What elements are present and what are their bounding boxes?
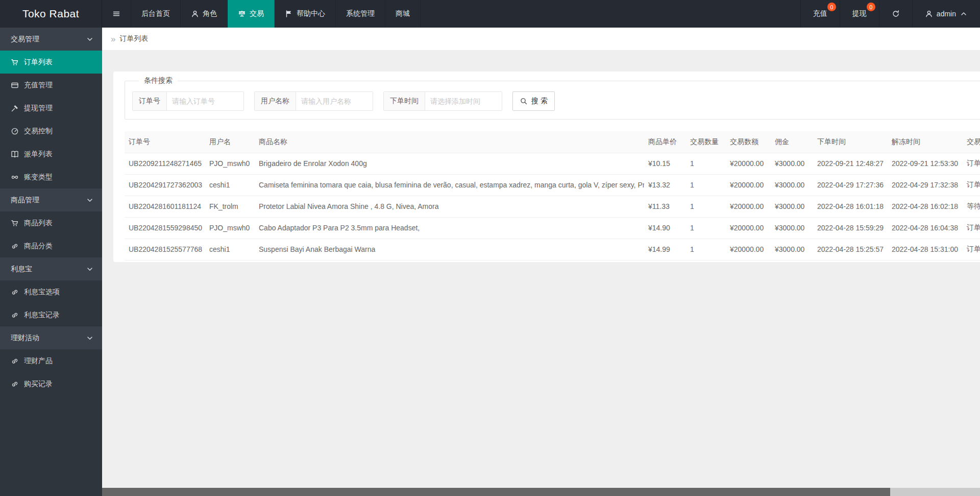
- table-row: UB2204291727362003ceshi1Camiseta feminin…: [125, 174, 980, 196]
- username: admin: [937, 10, 956, 18]
- withdraw-badge: 0: [867, 3, 875, 11]
- cell-order-time: 2022-04-29 17:27:36: [813, 174, 888, 196]
- sidebar-item-label: 商品分类: [24, 242, 53, 251]
- sidebar-group-goods-manage[interactable]: 商品管理: [0, 188, 102, 211]
- sidebar-group-label: 交易管理: [11, 35, 39, 44]
- horizontal-scrollbar-track[interactable]: [102, 488, 980, 496]
- column-header-commission: 佣金: [771, 131, 813, 153]
- cell-product-name: Camiseta feminina tomara que caia, blusa…: [255, 174, 644, 196]
- field-label-username: 用户名称: [255, 92, 296, 110]
- cell-commission: ¥3000.00: [771, 196, 813, 217]
- nav-item-mall[interactable]: 商城: [385, 0, 421, 28]
- sidebar-group-licai-activity[interactable]: 理财活动: [0, 326, 102, 349]
- withdraw-button[interactable]: 提现 0: [840, 0, 879, 28]
- cell-product-name: Suspensi Bayi Anak Berbagai Warna: [255, 239, 644, 260]
- nav-item-system[interactable]: 系统管理: [336, 0, 385, 28]
- refresh-button[interactable]: [879, 0, 912, 28]
- sidebar-item-licai-products[interactable]: 理财产品: [0, 349, 102, 372]
- table-row: UB2204281559298450PJO_mswh0Cabo Adaptado…: [125, 217, 980, 239]
- sidebar-item-lixibao-options[interactable]: 利息宝选项: [0, 280, 102, 303]
- cell-commission: ¥3000.00: [771, 174, 813, 196]
- field-label-order-no: 订单号: [133, 92, 167, 110]
- withdraw-label: 提现: [852, 9, 867, 18]
- recharge-label: 充值: [813, 9, 827, 18]
- search-field-order-time: 下单时间: [383, 91, 502, 111]
- sidebar-item-trade-control[interactable]: 交易控制: [0, 120, 102, 143]
- link-icon: [11, 242, 19, 250]
- table-row: UB2204281601181124FK_trolmProtetor Labia…: [125, 196, 980, 217]
- sidebar-item-withdraw-manage[interactable]: 提现管理: [0, 97, 102, 120]
- cell-trade-amount: ¥20000.00: [726, 217, 771, 239]
- cell-unit-price: ¥14.90: [644, 217, 686, 239]
- cell-unfreeze-time: 2022-04-29 17:32:38: [888, 174, 963, 196]
- cell-trade-status: 订单: [963, 217, 980, 239]
- link-icon: [11, 357, 19, 365]
- cart-icon: [11, 58, 19, 66]
- input-order-no[interactable]: [167, 92, 243, 110]
- sidebar-item-purchase-records[interactable]: 购买记录: [0, 372, 102, 395]
- cell-trade-status: 订单: [963, 174, 980, 196]
- gauge-icon: [11, 127, 19, 135]
- cell-username: PJO_mswh0: [205, 217, 255, 239]
- cell-order-no: UB2204281525577768: [125, 239, 205, 260]
- nav-item-help-center[interactable]: 帮助中心: [275, 0, 336, 28]
- sidebar-item-label: 提现管理: [24, 104, 53, 113]
- cell-username: ceshi1: [205, 174, 255, 196]
- cell-unit-price: ¥11.33: [644, 196, 686, 217]
- cell-trade-qty: 1: [686, 239, 726, 260]
- sidebar-item-goods-list[interactable]: 商品列表: [0, 211, 102, 234]
- sidebar-collapse-button[interactable]: [102, 0, 131, 28]
- sidebar-item-label: 派单列表: [24, 150, 53, 159]
- chevron-down-icon: [86, 35, 94, 43]
- horizontal-scrollbar-thumb[interactable]: [102, 488, 890, 496]
- cell-product-name: Cabo Adaptador P3 Para P2 3.5mm para Hea…: [255, 217, 644, 239]
- cell-order-time: 2022-09-21 12:48:27: [813, 153, 888, 174]
- nav-item-home[interactable]: 后台首页: [131, 0, 181, 28]
- cell-commission: ¥3000.00: [771, 153, 813, 174]
- search-field-username: 用户名称: [254, 91, 373, 111]
- user-icon: [925, 10, 933, 18]
- user-menu[interactable]: admin: [912, 0, 980, 28]
- sidebar-item-label: 订单列表: [24, 58, 53, 67]
- sidebar-item-label: 理财产品: [24, 357, 53, 366]
- cell-order-time: 2022-04-28 15:25:57: [813, 239, 888, 260]
- sidebar-item-label: 利息宝记录: [24, 311, 60, 320]
- search-field-order-no: 订单号: [132, 91, 244, 111]
- sidebar-item-lixibao-records[interactable]: 利息宝记录: [0, 303, 102, 326]
- search-button[interactable]: 搜 索: [512, 91, 555, 111]
- sidebar-item-order-list[interactable]: 订单列表: [0, 51, 102, 74]
- sidebar-group-lixibao[interactable]: 利息宝: [0, 257, 102, 280]
- nav-item-label: 角色: [203, 9, 217, 18]
- cell-unit-price: ¥10.15: [644, 153, 686, 174]
- link-icon: [11, 288, 19, 296]
- cell-unfreeze-time: 2022-04-28 15:31:00: [888, 239, 963, 260]
- breadcrumb: » 订单列表: [102, 28, 980, 50]
- nav-item-roles[interactable]: 角色: [181, 0, 228, 28]
- cell-product-name: Protetor Labial Nivea Amora Shine , 4.8 …: [255, 196, 644, 217]
- input-username[interactable]: [296, 92, 373, 110]
- sidebar-item-dispatch-list[interactable]: 派单列表: [0, 143, 102, 166]
- main-area: » 订单列表 条件搜索 订单号用户名称下单时间 搜 索 订单号用户名商品名称商品…: [102, 0, 980, 496]
- sidebar-item-label: 利息宝选项: [24, 288, 60, 297]
- input-order-time[interactable]: [425, 92, 502, 110]
- link-icon: [11, 311, 19, 319]
- column-header-unit-price: 商品单价: [644, 131, 686, 153]
- chevron-down-icon: [86, 265, 94, 273]
- cell-order-time: 2022-04-28 16:01:18: [813, 196, 888, 217]
- cell-unfreeze-time: 2022-09-21 12:53:30: [888, 153, 963, 174]
- sidebar-item-account-change-type[interactable]: 账变类型: [0, 166, 102, 188]
- sidebar-group-trade-manage[interactable]: 交易管理: [0, 28, 102, 51]
- table-row: UB2209211248271465PJO_mswh0Brigadeiro de…: [125, 153, 980, 174]
- chevron-down-icon: [86, 196, 94, 204]
- nav-item-trade[interactable]: 交易: [228, 0, 275, 28]
- sidebar: 交易管理订单列表充值管理提现管理交易控制派单列表账变类型商品管理商品列表商品分类…: [0, 28, 102, 496]
- recharge-button[interactable]: 充值 0: [800, 0, 840, 28]
- sidebar-item-goods-category[interactable]: 商品分类: [0, 234, 102, 257]
- cell-order-no: UB2204281601181124: [125, 196, 205, 217]
- cell-unit-price: ¥13.32: [644, 174, 686, 196]
- chevron-up-icon: [960, 10, 968, 18]
- refresh-icon: [892, 10, 900, 18]
- sidebar-item-label: 充值管理: [24, 81, 53, 90]
- link-icon: [11, 380, 19, 388]
- sidebar-item-recharge-manage[interactable]: 充值管理: [0, 74, 102, 97]
